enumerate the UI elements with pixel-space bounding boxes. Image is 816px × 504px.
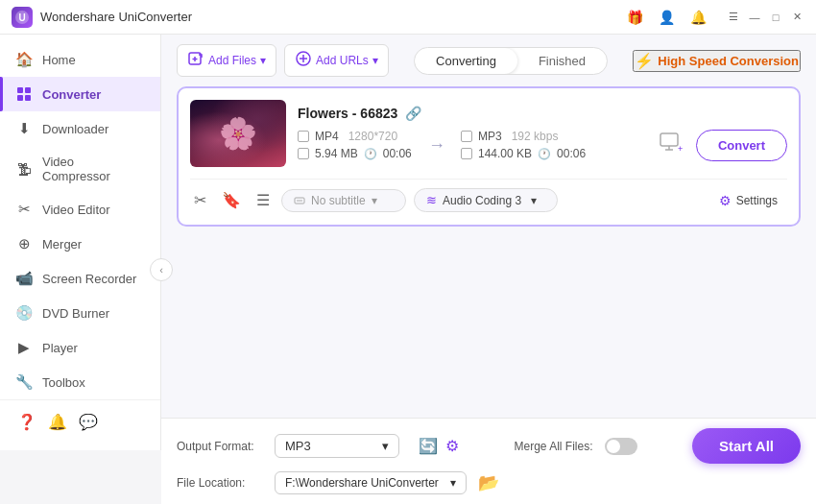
- window-controls: ☰ — □ ✕: [726, 10, 804, 25]
- files-area: Flowers - 66823 🔗 MP4 1280*720: [161, 86, 816, 418]
- bookmark-icon[interactable]: 🔖: [218, 187, 245, 213]
- sidebar-item-screen-recorder[interactable]: 📹 Screen Recorder: [0, 261, 160, 296]
- svg-rect-4: [17, 95, 23, 101]
- audio-wave-icon: ≋: [426, 193, 437, 207]
- add-urls-button[interactable]: Add URLs ▾: [284, 44, 389, 77]
- title-bar-left: U Wondershare UniConverter: [12, 7, 192, 28]
- audio-coding-dropdown[interactable]: ≋ Audio Coding 3 ▾: [414, 188, 558, 212]
- svg-text:+: +: [678, 144, 683, 154]
- maximize-button[interactable]: □: [768, 10, 783, 25]
- screen-recorder-icon: 📹: [15, 270, 33, 287]
- file-meta-row: MP4 1280*720 5.94 MB 🕐 00:06: [298, 129, 787, 161]
- format-chevron: ▾: [382, 439, 389, 453]
- folder-open-icon[interactable]: 📂: [478, 472, 499, 493]
- external-link-icon[interactable]: 🔗: [405, 106, 421, 121]
- scissors-icon[interactable]: ✂: [190, 187, 210, 213]
- sidebar-item-video-editor[interactable]: ✂ Video Editor: [0, 192, 160, 227]
- svg-rect-2: [17, 87, 23, 93]
- home-icon: 🏠: [15, 51, 33, 68]
- sidebar-item-player[interactable]: ▶ Player: [0, 330, 160, 365]
- target-format: MP3: [478, 130, 502, 143]
- sidebar: 🏠 Home Converter ⬇ Downloader: [0, 35, 161, 450]
- file-card-top: Flowers - 66823 🔗 MP4 1280*720: [190, 100, 787, 167]
- screen-icon[interactable]: +: [658, 129, 684, 161]
- source-format: MP4: [315, 130, 339, 143]
- tab-converting[interactable]: Converting: [415, 48, 517, 74]
- minimize-button[interactable]: —: [747, 10, 762, 25]
- title-bar: U Wondershare UniConverter 🎁 👤 🔔 ☰ — □ ✕: [0, 0, 816, 35]
- subtitle-dropdown[interactable]: No subtitle ▾: [281, 189, 406, 212]
- source-size-checkbox[interactable]: [298, 148, 309, 159]
- refresh-icon[interactable]: 🔄: [419, 437, 438, 455]
- sidebar-item-merger[interactable]: ⊕ Merger: [0, 227, 160, 261]
- sidebar-item-downloader[interactable]: ⬇ Downloader: [0, 111, 160, 146]
- target-size-checkbox[interactable]: [461, 148, 472, 159]
- svg-rect-3: [25, 87, 31, 93]
- merger-icon: ⊕: [15, 235, 33, 252]
- high-speed-button[interactable]: ⚡ High Speed Conversion: [633, 50, 801, 72]
- convert-action-area: + Convert: [658, 129, 787, 161]
- toolbar-left: Add Files ▾ Add URLs ▾: [177, 44, 389, 77]
- sidebar-item-toolbox[interactable]: 🔧 Toolbox: [0, 365, 160, 399]
- file-name-text: Flowers - 66823: [298, 106, 397, 121]
- source-size-item: 5.94 MB 🕐 00:06: [298, 147, 413, 160]
- sidebar-item-video-compressor[interactable]: 🗜 Video Compressor: [0, 146, 160, 192]
- file-card-bottom: ✂ 🔖 ☰ No subtitle ▾ ≋ Audio Coding 3: [190, 179, 787, 213]
- sidebar-label-screen-recorder: Screen Recorder: [42, 272, 136, 286]
- file-card: Flowers - 66823 🔗 MP4 1280*720: [177, 86, 801, 227]
- output-format-dropdown[interactable]: MP3 ▾: [275, 434, 399, 458]
- target-duration: 00:06: [557, 147, 586, 160]
- file-location-label: File Location:: [177, 476, 263, 490]
- svg-rect-5: [25, 95, 31, 101]
- file-info: Flowers - 66823 🔗 MP4 1280*720: [298, 106, 787, 161]
- target-size-item: 144.00 KB 🕐 00:06: [461, 147, 586, 160]
- gift-icon[interactable]: 🎁: [623, 8, 647, 27]
- add-urls-chevron: ▾: [372, 54, 378, 67]
- sidebar-label-home: Home: [42, 53, 76, 67]
- subtitle-icon: [294, 195, 305, 206]
- add-files-button[interactable]: Add Files ▾: [177, 44, 276, 77]
- source-resolution: 1280*720: [348, 130, 397, 143]
- output-format-label: Output Format:: [177, 440, 263, 453]
- toolbar-right: ⚡ High Speed Conversion: [633, 50, 801, 72]
- user-icon[interactable]: 👤: [655, 8, 679, 27]
- settings-label: Settings: [736, 194, 778, 207]
- notifications-icon[interactable]: 🔔: [44, 408, 71, 435]
- add-urls-label: Add URLs: [316, 54, 369, 67]
- add-urls-icon: [295, 50, 312, 71]
- tab-finished[interactable]: Finished: [517, 48, 607, 74]
- sidebar-item-dvd-burner[interactable]: 💿 DVD Burner: [0, 296, 160, 330]
- menu-dots-icon[interactable]: ☰: [252, 187, 274, 213]
- location-chevron: ▾: [450, 476, 456, 490]
- convert-button[interactable]: Convert: [696, 130, 787, 161]
- settings-button[interactable]: ⚙ Settings: [709, 189, 787, 212]
- menu-icon[interactable]: ☰: [726, 10, 741, 25]
- merge-toggle[interactable]: [605, 438, 637, 455]
- target-format-checkbox[interactable]: [461, 131, 472, 142]
- start-all-button[interactable]: Start All: [692, 428, 801, 464]
- file-location-value: F:\Wondershare UniConverter: [285, 476, 439, 490]
- sidebar-item-home[interactable]: 🏠 Home: [0, 42, 160, 77]
- downloader-icon: ⬇: [15, 120, 33, 137]
- help-icon[interactable]: ❓: [13, 408, 40, 435]
- settings-small-icon[interactable]: ⚙: [445, 437, 459, 455]
- source-format-checkbox[interactable]: [298, 131, 309, 142]
- hide-sidebar-button[interactable]: ‹: [150, 258, 173, 281]
- sidebar-item-converter[interactable]: Converter: [0, 77, 160, 111]
- output-format-value: MP3: [285, 439, 311, 453]
- converter-icon: [15, 85, 33, 103]
- player-icon: ▶: [15, 339, 33, 356]
- target-format-item: MP3 192 kbps: [461, 130, 586, 143]
- close-button[interactable]: ✕: [789, 10, 804, 25]
- feedback-icon[interactable]: 💬: [75, 408, 102, 435]
- file-location-row: File Location: F:\Wondershare UniConvert…: [177, 471, 801, 494]
- subtitle-chevron: ▾: [372, 194, 377, 207]
- sidebar-label-video-compressor: Video Compressor: [42, 155, 145, 183]
- app-icon: U: [12, 7, 33, 28]
- tab-switcher: Converting Finished: [414, 47, 608, 75]
- sidebar-label-toolbox: Toolbox: [42, 375, 85, 390]
- toolbox-icon: 🔧: [15, 373, 33, 391]
- file-location-dropdown[interactable]: F:\Wondershare UniConverter ▾: [275, 471, 467, 494]
- sidebar-label-dvd-burner: DVD Burner: [42, 306, 109, 321]
- bell-icon[interactable]: 🔔: [686, 8, 710, 27]
